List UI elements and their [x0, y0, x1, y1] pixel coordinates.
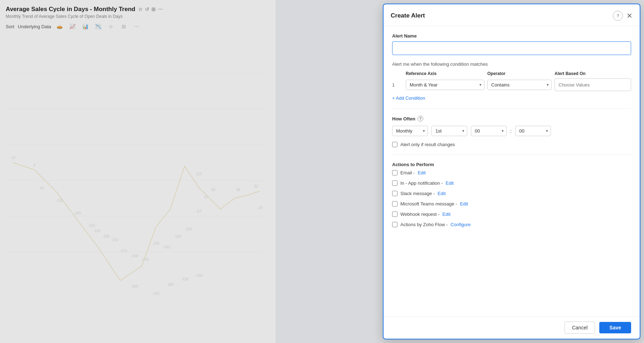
action-item-teams: Microsoft Teams message - Edit [392, 201, 631, 207]
close-button[interactable]: ✕ [626, 12, 633, 19]
alert-based-on-header: Alert Based On [555, 71, 631, 76]
webhook-label: Webhook request - [400, 212, 440, 217]
day-select-wrapper: 1st 2nd 3rd Last [431, 126, 467, 136]
modal-title: Create Alert [391, 12, 425, 19]
modal-body: Alert Name Alert me when the following c… [384, 26, 640, 316]
minute-select[interactable]: 00 15 30 45 [515, 126, 551, 136]
webhook-checkbox[interactable] [392, 212, 397, 217]
inapp-checkbox[interactable] [392, 180, 397, 186]
alert-name-input[interactable] [392, 41, 631, 55]
slack-checkbox[interactable] [392, 191, 397, 196]
reference-axis-select-wrapper: Month & Year Day Week [406, 80, 484, 90]
time-colon: : [510, 128, 512, 134]
modal-header-icons: ? ✕ [613, 11, 633, 21]
operator-select-wrapper: Contains Equals Greater Than Less Than [487, 80, 552, 90]
action-item-inapp: In - App notification - Edit [392, 180, 631, 186]
cancel-button[interactable]: Cancel [565, 322, 595, 334]
frequency-select-wrapper: Monthly Weekly Daily Hourly [392, 126, 428, 136]
operator-select[interactable]: Contains Equals Greater Than Less Than [487, 80, 552, 90]
slack-label: Slack message - [400, 191, 435, 196]
how-often-label: How Often ? [392, 116, 631, 121]
alert-only-checkbox[interactable] [392, 142, 397, 147]
zoho-configure-link[interactable]: Configure [450, 222, 470, 227]
condition-headers: Reference Axis Operator Alert Based On [392, 71, 631, 76]
actions-section: Actions to Perform Email - Edit In - App… [392, 162, 631, 227]
how-often-text: How Often [392, 116, 415, 121]
modal-header: Create Alert ? ✕ [384, 4, 640, 26]
condition-row-1: 1 Month & Year Day Week Contains Equals … [392, 78, 631, 91]
inapp-edit-link[interactable]: Edit [446, 180, 454, 186]
how-often-help-icon[interactable]: ? [418, 116, 423, 121]
condition-text: Alert me when the following condition ma… [392, 61, 631, 67]
minute-select-wrapper: 00 15 30 45 [515, 126, 551, 136]
action-item-email: Email - Edit [392, 170, 631, 175]
zoho-checkbox[interactable] [392, 222, 397, 227]
hour-select-wrapper: 00 01 02 12 [471, 126, 507, 136]
reference-axis-select[interactable]: Month & Year Day Week [406, 80, 484, 90]
alert-only-label: Alert only if result changes [400, 142, 455, 147]
action-item-webhook: Webhook request - Edit [392, 212, 631, 217]
teams-checkbox[interactable] [392, 201, 397, 207]
alert-only-row: Alert only if result changes [392, 142, 631, 147]
action-item-zoho: Actions by Zoho Flow - Configure [392, 222, 631, 227]
modal-footer: Cancel Save [384, 316, 640, 339]
inapp-label: In - App notification - [400, 180, 443, 186]
divider-2 [392, 154, 631, 155]
day-select[interactable]: 1st 2nd 3rd Last [431, 126, 467, 136]
create-alert-modal: Create Alert ? ✕ Alert Name Alert me whe… [383, 4, 640, 339]
reference-axis-header: Reference Axis [406, 71, 484, 76]
divider-1 [392, 108, 631, 109]
email-edit-link[interactable]: Edit [418, 170, 425, 175]
webhook-edit-link[interactable]: Edit [443, 212, 450, 217]
email-label: Email - [400, 170, 415, 175]
teams-edit-link[interactable]: Edit [460, 201, 468, 207]
alert-name-label: Alert Name [392, 33, 631, 39]
help-button[interactable]: ? [613, 11, 623, 21]
actions-title: Actions to Perform [392, 162, 631, 167]
email-checkbox[interactable] [392, 170, 397, 175]
operator-header: Operator [487, 71, 552, 76]
teams-label: Microsoft Teams message - [400, 201, 457, 207]
alert-based-on-input[interactable] [555, 78, 631, 91]
action-item-slack: Slack message - Edit [392, 191, 631, 196]
frequency-select[interactable]: Monthly Weekly Daily Hourly [392, 126, 428, 136]
zoho-label: Actions by Zoho Flow - [400, 222, 448, 227]
how-often-row: Monthly Weekly Daily Hourly 1st 2nd 3rd … [392, 126, 631, 136]
save-button[interactable]: Save [599, 322, 631, 333]
hour-select[interactable]: 00 01 02 12 [471, 126, 507, 136]
condition-row-number: 1 [392, 82, 403, 88]
add-condition-link[interactable]: + Add Condition [392, 95, 425, 101]
slack-edit-link[interactable]: Edit [438, 191, 445, 196]
